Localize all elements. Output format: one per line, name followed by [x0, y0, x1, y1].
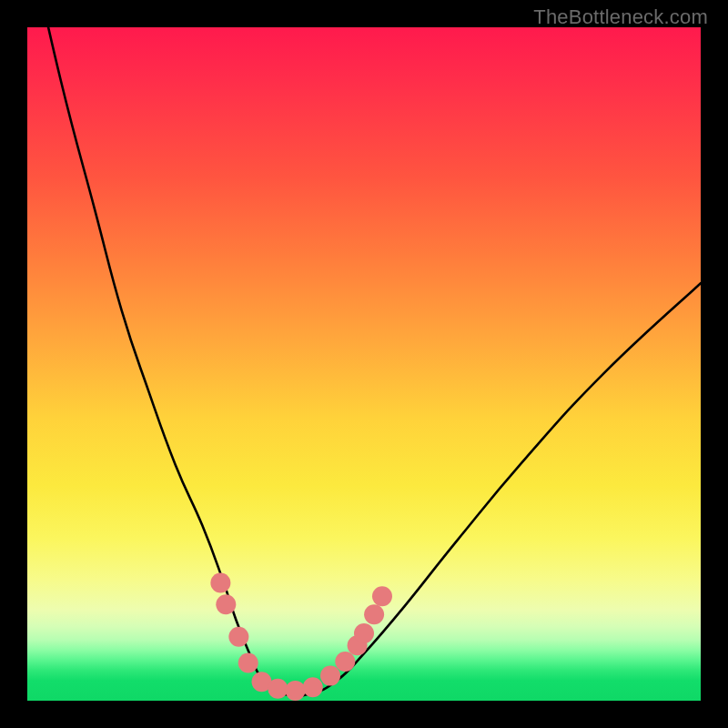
chart-plot-area — [27, 27, 701, 701]
chart-marker — [303, 677, 323, 697]
chart-marker — [286, 681, 306, 701]
chart-marker — [372, 586, 392, 606]
chart-marker — [228, 627, 248, 647]
chart-marker — [210, 573, 230, 593]
chart-marker — [238, 653, 258, 673]
chart-marker — [268, 679, 288, 699]
chart-marker — [335, 652, 355, 672]
chart-svg — [27, 27, 701, 701]
chart-marker — [354, 623, 374, 643]
chart-markers — [210, 573, 392, 701]
chart-marker — [216, 594, 236, 614]
chart-marker — [364, 604, 384, 624]
watermark-text: TheBottleneck.com — [533, 5, 708, 29]
chart-marker — [320, 666, 340, 686]
chart-curve — [27, 27, 701, 696]
